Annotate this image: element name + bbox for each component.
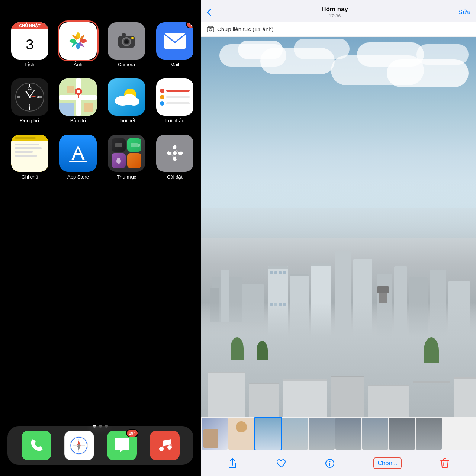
svg-text:12: 12 — [28, 87, 32, 90]
app-label-weather: Thời tiết — [118, 118, 135, 123]
info-button[interactable] — [325, 459, 335, 468]
bottom-toolbar: Chọn... — [201, 450, 476, 476]
svg-point-45 — [173, 151, 177, 155]
home-screen: CHỦ NHẬT 3 Lịch — [0, 0, 201, 476]
dock-messages[interactable]: 194 — [107, 431, 137, 460]
mail-badge: 41 — [186, 22, 193, 28]
svg-rect-26 — [84, 103, 93, 112]
app-label-folder: Thư mục — [117, 174, 136, 180]
app-label-clock: Đồng hồ — [20, 118, 39, 123]
thumbnail-strip[interactable] — [201, 416, 476, 450]
app-label-photos: Ảnh — [74, 62, 82, 67]
favorite-button[interactable] — [276, 458, 286, 469]
app-settings[interactable]: Cài đặt — [156, 135, 193, 180]
app-label-notes: Ghi chú — [22, 174, 38, 180]
thumb-1[interactable] — [202, 418, 228, 450]
share-button[interactable] — [228, 458, 237, 469]
svg-rect-5 — [122, 33, 126, 36]
svg-point-6 — [131, 37, 134, 39]
dock-safari[interactable] — [64, 431, 94, 460]
svg-point-60 — [209, 29, 212, 31]
thumb-5[interactable] — [309, 418, 335, 450]
burst-text: Chụp liên tục (14 ảnh) — [217, 26, 274, 33]
messages-badge: 194 — [126, 429, 138, 437]
svg-point-0 — [76, 39, 80, 43]
thumb-4[interactable] — [282, 418, 308, 450]
city-photo — [201, 37, 476, 416]
app-notes[interactable]: Ghi chú — [11, 135, 48, 180]
calendar-day-name: CHỦ NHẬT — [11, 22, 48, 29]
app-label-maps: Bản đồ — [70, 118, 86, 123]
svg-point-28 — [77, 90, 80, 93]
dock-music[interactable] — [150, 431, 180, 460]
thumb-7[interactable] — [362, 418, 388, 450]
main-photo-area — [201, 37, 476, 416]
app-mail[interactable]: 41 Mail — [156, 22, 193, 67]
svg-rect-24 — [60, 103, 74, 116]
svg-point-32 — [128, 97, 139, 106]
app-maps[interactable]: Bản đồ — [60, 78, 97, 123]
app-calendar[interactable]: CHỦ NHẬT 3 Lịch — [11, 22, 48, 67]
app-camera[interactable]: Camera — [108, 22, 145, 67]
svg-text:3: 3 — [37, 95, 39, 99]
svg-text:9: 9 — [20, 95, 22, 99]
back-button[interactable] — [207, 9, 211, 16]
svg-point-63 — [329, 461, 330, 462]
app-label-camera: Camera — [118, 62, 135, 67]
nav-title-area: Hôm nay 17:36 — [321, 6, 348, 19]
thumb-6[interactable] — [335, 418, 361, 450]
app-label-reminders: Lời nhắc — [165, 118, 184, 123]
app-appstore[interactable]: App Store — [60, 135, 97, 180]
nav-subtitle: 17:36 — [321, 13, 348, 19]
select-label[interactable]: Chọn... — [373, 457, 402, 469]
svg-rect-25 — [67, 86, 74, 93]
svg-point-52 — [78, 444, 80, 447]
app-photos[interactable]: Ảnh — [60, 22, 97, 67]
app-label-settings: Cài đặt — [167, 174, 183, 180]
delete-button[interactable] — [440, 458, 449, 469]
app-reminders[interactable]: Lời nhắc — [156, 78, 193, 123]
thumb-8[interactable] — [389, 418, 415, 450]
photos-app: Hôm nay 17:36 Sửa Chụp liên tục (14 ảnh) — [201, 0, 476, 476]
select-button[interactable]: Chọn... — [373, 457, 402, 469]
dock: 194 — [7, 426, 193, 465]
app-grid: CHỦ NHẬT 3 Lịch — [0, 7, 201, 187]
calendar-date: 3 — [11, 29, 48, 60]
thumb-3-selected[interactable] — [255, 418, 281, 450]
app-weather[interactable]: Thời tiết — [108, 78, 145, 123]
app-label-calendar: Lịch — [25, 62, 35, 67]
burst-icon — [207, 26, 214, 33]
nav-title: Hôm nay — [321, 6, 348, 13]
thumb-9[interactable] — [416, 418, 442, 450]
svg-point-4 — [125, 40, 128, 43]
svg-point-20 — [29, 96, 31, 98]
app-folder[interactable]: Thư mục — [108, 135, 145, 180]
burst-label: Chụp liên tục (14 ảnh) — [201, 22, 476, 37]
svg-text:6: 6 — [29, 104, 30, 107]
photos-nav-bar: Hôm nay 17:36 Sửa — [201, 0, 476, 22]
app-clock[interactable]: 12 3 6 9 Đồng hồ — [11, 78, 48, 123]
thumb-2[interactable] — [228, 418, 254, 450]
app-label-appstore: App Store — [67, 174, 89, 180]
app-label-mail: Mail — [170, 62, 179, 67]
dock-phone[interactable] — [22, 431, 51, 460]
edit-button[interactable]: Sửa — [458, 8, 470, 16]
